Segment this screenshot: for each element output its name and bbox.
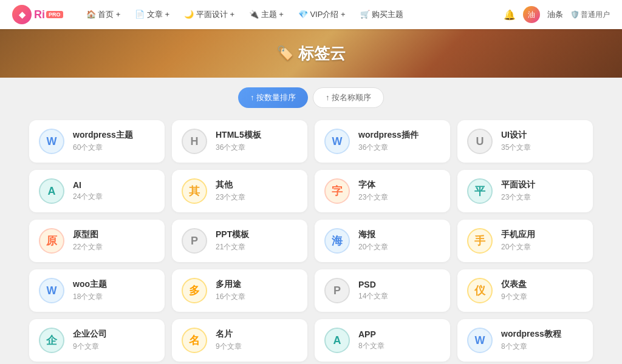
tag-name: woo主题 <box>73 279 107 290</box>
nav-right: 🔔 油 油条 🛡️ 普通用户 <box>504 6 610 23</box>
notification-bell[interactable]: 🔔 <box>504 9 516 21</box>
logo-icon: ◆ <box>12 5 32 24</box>
tag-avatar: A <box>39 178 64 204</box>
tag-count: 16个文章 <box>216 292 245 302</box>
tag-count: 9个文章 <box>216 342 242 352</box>
tag-card[interactable]: 名名片9个文章 <box>172 319 307 362</box>
logo[interactable]: ◆ Ri PRO <box>12 5 63 24</box>
tag-name: PSD <box>358 280 388 289</box>
tag-name: HTML5模板 <box>216 130 261 141</box>
tag-name: wordpress主题 <box>73 130 133 141</box>
nav-item-buy[interactable]: 🛒 购买主题 <box>354 7 410 22</box>
tag-card[interactable]: UUI设计35个文章 <box>457 120 593 163</box>
sort-bar: ↑ 按数量排序 ↑ 按名称顺序 <box>0 78 622 115</box>
tag-name: wordpress插件 <box>358 130 419 141</box>
tag-card[interactable]: 其其他23个文章 <box>172 170 307 212</box>
tag-count: 8个文章 <box>501 342 561 352</box>
tag-count: 9个文章 <box>501 292 527 302</box>
tag-name: 企业公司 <box>73 329 107 340</box>
tag-info: wordpress主题60个文章 <box>73 130 133 153</box>
tag-info: UI设计35个文章 <box>501 130 531 153</box>
tag-avatar: 平 <box>467 178 493 204</box>
tag-card[interactable]: HHTML5模板36个文章 <box>172 120 307 163</box>
tag-avatar: A <box>324 328 350 353</box>
tag-avatar: W <box>324 129 350 154</box>
tag-card[interactable]: 仪仪表盘9个文章 <box>457 269 593 312</box>
tag-info: 多用途16个文章 <box>216 279 245 302</box>
tag-name: 多用途 <box>216 279 245 290</box>
tag-avatar: 企 <box>39 328 64 353</box>
nav-item-themes[interactable]: 🔌 主题 + <box>243 7 290 22</box>
tag-count: 20个文章 <box>501 242 535 252</box>
tag-avatar: P <box>324 278 350 303</box>
tag-name: UI设计 <box>501 130 531 141</box>
tag-card[interactable]: Wwordpress主题60个文章 <box>29 120 165 163</box>
tag-info: APP8个文章 <box>358 329 384 351</box>
tag-name: 名片 <box>216 329 242 340</box>
tag-card[interactable]: Wwordpress教程8个文章 <box>457 319 593 362</box>
tag-avatar: H <box>182 129 207 154</box>
tag-card[interactable]: 多多用途16个文章 <box>172 269 307 312</box>
sort-by-name-button[interactable]: ↑ 按名称顺序 <box>313 87 384 108</box>
tag-name: 海报 <box>358 229 388 240</box>
tag-card[interactable]: PPPT模板21个文章 <box>172 220 307 262</box>
tag-info: woo主题18个文章 <box>73 279 107 302</box>
nav-links: 🏠 首页 +📄 文章 +🌙 平面设计 +🔌 主题 +💎 VIP介绍 +🛒 购买主… <box>80 7 504 22</box>
username: 油条 <box>547 9 563 20</box>
tag-info: 海报20个文章 <box>358 229 388 252</box>
tag-name: wordpress教程 <box>501 329 561 340</box>
tag-card[interactable]: 企企业公司9个文章 <box>29 319 165 362</box>
tag-info: 字体23个文章 <box>358 180 388 203</box>
tag-count: 36个文章 <box>216 143 261 153</box>
tag-name: 字体 <box>358 180 388 190</box>
tag-card[interactable]: 字字体23个文章 <box>315 170 450 212</box>
tag-card[interactable]: Wwoo主题18个文章 <box>29 269 165 312</box>
tag-card[interactable]: AAI24个文章 <box>29 170 165 212</box>
hero-title: 🏷️ 标签云 <box>277 43 346 64</box>
tag-avatar: 字 <box>324 178 350 204</box>
tag-name: 平面设计 <box>501 180 535 190</box>
nav-item-home[interactable]: 🏠 首页 + <box>80 7 127 22</box>
tag-avatar: U <box>467 129 493 154</box>
tags-grid: Wwordpress主题60个文章HHTML5模板36个文章Wwordpress… <box>29 120 593 364</box>
avatar: 油 <box>523 6 540 23</box>
tag-name: APP <box>358 329 384 339</box>
tag-card[interactable]: 手手机应用20个文章 <box>457 220 593 262</box>
tag-card[interactable]: 平平面设计23个文章 <box>457 170 593 212</box>
tag-info: wordpress教程8个文章 <box>501 329 561 352</box>
tag-count: 9个文章 <box>73 342 107 352</box>
tag-card[interactable]: 原原型图22个文章 <box>29 220 165 262</box>
tag-name: 其他 <box>216 180 245 190</box>
tag-avatar: 海 <box>324 228 350 254</box>
tag-info: PSD14个文章 <box>358 280 388 302</box>
tag-card[interactable]: AAPP8个文章 <box>315 319 450 362</box>
tags-container: Wwordpress主题60个文章HHTML5模板36个文章Wwordpress… <box>19 115 603 364</box>
tag-info: 仪表盘9个文章 <box>501 279 527 302</box>
tag-info: HTML5模板36个文章 <box>216 130 261 153</box>
tag-info: 名片9个文章 <box>216 329 242 352</box>
tag-name: 仪表盘 <box>501 279 527 290</box>
tag-count: 23个文章 <box>358 192 388 203</box>
tag-info: AI24个文章 <box>73 180 103 202</box>
tag-avatar: W <box>39 129 64 154</box>
sort-by-count-button[interactable]: ↑ 按数量排序 <box>238 87 308 108</box>
tag-info: 平面设计23个文章 <box>501 180 535 203</box>
user-role: 🛡️ 普通用户 <box>570 10 610 20</box>
tag-info: wordpress插件36个文章 <box>358 130 419 153</box>
nav-item-vip[interactable]: 💎 VIP介绍 + <box>292 7 352 22</box>
tag-name: 手机应用 <box>501 229 535 240</box>
tag-count: 18个文章 <box>73 292 107 302</box>
tag-card[interactable]: 海海报20个文章 <box>315 220 450 262</box>
tag-count: 24个文章 <box>73 192 103 202</box>
tag-info: 企业公司9个文章 <box>73 329 107 352</box>
tag-card[interactable]: Wwordpress插件36个文章 <box>315 120 450 163</box>
nav-item-articles[interactable]: 📄 文章 + <box>129 7 176 22</box>
hero-icon: 🏷️ <box>277 46 293 61</box>
tag-avatar: 原 <box>39 228 64 254</box>
tag-avatar: 多 <box>182 278 207 303</box>
nav-item-design[interactable]: 🌙 平面设计 + <box>178 7 241 22</box>
navbar: ◆ Ri PRO 🏠 首页 +📄 文章 +🌙 平面设计 +🔌 主题 +💎 VIP… <box>0 0 622 29</box>
tag-avatar: W <box>467 328 493 353</box>
tag-card[interactable]: PPSD14个文章 <box>315 269 450 312</box>
tag-avatar: 其 <box>182 178 207 204</box>
